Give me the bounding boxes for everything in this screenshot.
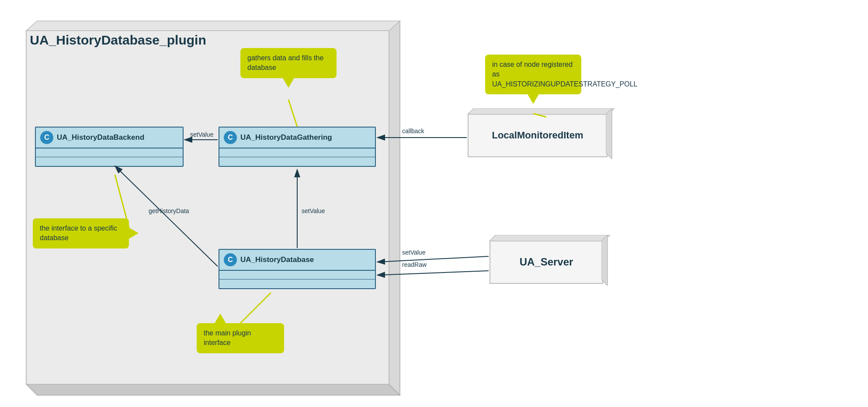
monitored-item-label: LocalMonitoredItem — [469, 114, 607, 156]
ua-server-label: UA_Server — [490, 241, 602, 283]
readraw-label: readRaw — [402, 261, 427, 268]
setvalue3-label: setValue — [402, 249, 425, 256]
svg-line-14 — [377, 256, 489, 262]
svg-marker-4 — [468, 108, 615, 114]
class-box-gathering: C UA_HistoryDataGathering — [219, 127, 376, 167]
svg-marker-0 — [26, 384, 400, 395]
callout-interface-db: the interface to a specific database — [33, 218, 129, 248]
database-icon: C — [224, 253, 237, 266]
svg-marker-7 — [601, 235, 608, 286]
svg-marker-1 — [389, 21, 400, 395]
callout-poll: in case of node registered as UA_HISTORI… — [485, 55, 581, 94]
class-box-database: C UA_HistoryDatabase — [219, 249, 376, 289]
svg-marker-5 — [606, 108, 612, 159]
callback-label: callback — [402, 128, 424, 135]
svg-line-18 — [240, 293, 271, 323]
backend-class-name: UA_HistoryDataBackend — [57, 133, 144, 142]
svg-line-11 — [115, 166, 218, 266]
svg-marker-6 — [490, 235, 610, 241]
gathering-icon: C — [224, 131, 237, 144]
svg-line-15 — [377, 271, 489, 275]
setvalue-label: setValue — [190, 131, 213, 138]
svg-line-16 — [288, 100, 297, 127]
external-box-ua-server: UA_Server — [490, 240, 603, 284]
external-box-monitored-item: LocalMonitoredItem — [468, 114, 608, 157]
backend-icon: C — [40, 131, 53, 144]
callout-gathers-data: gathers data and fills the database — [240, 48, 337, 78]
gathering-class-name: UA_HistoryDataGathering — [240, 133, 332, 142]
gethistorydata-label: getHistoryData — [149, 207, 189, 214]
plugin-title: UA_HistoryDatabase_plugin — [30, 33, 206, 48]
database-class-name: UA_HistoryDatabase — [240, 255, 314, 264]
setvalue2-label: setValue — [302, 207, 325, 214]
class-box-backend: C UA_HistoryDataBackend — [35, 127, 184, 167]
svg-marker-3 — [26, 21, 400, 31]
callout-main-plugin: the main plugin interface — [197, 323, 284, 353]
